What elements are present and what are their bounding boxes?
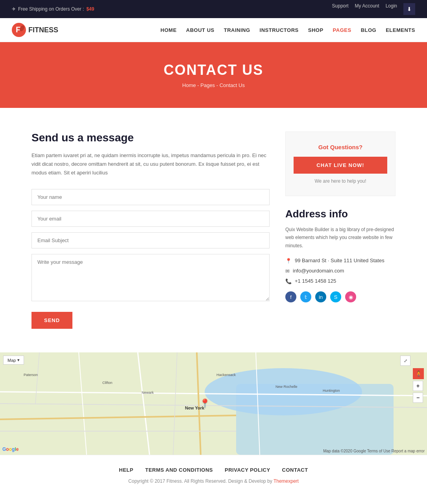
footer-copyright: Copyright © 2017 Fitness. All Rights Res… <box>8 478 419 484</box>
linkedin-icon[interactable]: in <box>315 291 326 302</box>
svg-text:Clifton: Clifton <box>102 381 113 385</box>
logo-text: FITNESS <box>28 26 58 34</box>
questions-highlight: Questions? <box>330 144 363 150</box>
support-link[interactable]: Support <box>332 3 349 15</box>
footer-contact-link[interactable]: CONTACT <box>282 467 308 473</box>
street-view-icon[interactable]: 🧍 <box>413 368 424 379</box>
top-bar: ✈ Free Shipping on Orders Over : $49 Sup… <box>0 0 427 18</box>
address-info-section: Address info Quix Website Builder is a b… <box>285 208 396 302</box>
map-dropdown-icon: ▾ <box>17 358 20 363</box>
plane-icon: ✈ <box>12 6 16 12</box>
nav-home[interactable]: HOME <box>161 27 177 33</box>
chat-live-button[interactable]: CHAT LIVE NOW! <box>294 157 387 174</box>
right-sidebar: Got Questions? CHAT LIVE NOW! We are her… <box>285 132 396 329</box>
login-link[interactable]: Login <box>386 3 397 15</box>
send-button[interactable]: SEND <box>31 312 72 329</box>
email-field-group <box>31 211 270 227</box>
nav-about[interactable]: ABOUT US <box>186 27 214 33</box>
zoom-out-button[interactable]: − <box>413 393 423 403</box>
subject-input[interactable] <box>31 232 270 248</box>
shipping-info: ✈ Free Shipping on Orders Over : $49 <box>12 6 94 12</box>
nav-training[interactable]: TRAINING <box>224 27 250 33</box>
top-links: Support My Account Login ⬇ <box>332 3 415 15</box>
svg-text:Paterson: Paterson <box>24 373 38 377</box>
facebook-icon[interactable]: f <box>285 291 296 302</box>
address-description: Quix Website Builder is a big library of… <box>285 226 396 250</box>
street-text: 99 Barnard St · Suite 111 United States <box>295 258 384 263</box>
social-icons: f 𝕥 in S ◉ <box>285 291 396 302</box>
address-heading: Address info <box>285 208 396 220</box>
address-phone: 📞 +1 1545 1458 125 <box>285 278 396 284</box>
message-field-group <box>31 254 270 302</box>
map-type-button[interactable]: Map ▾ <box>3 356 24 365</box>
map-fullscreen-button[interactable]: ⤢ <box>400 356 410 366</box>
got-questions-text: Got Questions? <box>294 144 387 150</box>
nav-shop[interactable]: SHOP <box>308 27 323 33</box>
map-type-label: Map <box>7 358 16 363</box>
footer-terms-link[interactable]: TERMS AND CONDITIONS <box>145 467 213 473</box>
footer-links: HELP TERMS AND CONDITIONS PRIVACY POLICY… <box>8 467 419 473</box>
map-type-control: Map ▾ <box>3 356 24 365</box>
logo-icon: F <box>12 23 26 37</box>
skype-icon[interactable]: S <box>330 291 341 302</box>
main-nav: HOME ABOUT US TRAINING INSTRUCTORS SHOP … <box>161 27 415 33</box>
map-section: New York Newark Clifton New Rochelle Hac… <box>0 352 427 455</box>
phone-icon: 📞 <box>285 278 292 284</box>
zoom-in-button[interactable]: + <box>413 381 423 391</box>
subject-field-group <box>31 232 270 248</box>
location-icon: 📍 <box>285 258 292 264</box>
main-content: Send us a message Etiam partem iuvaret p… <box>0 108 427 352</box>
email-input[interactable] <box>31 211 270 227</box>
form-description: Etiam partem iuvaret pri at, ne quidam i… <box>31 151 270 177</box>
message-textarea[interactable] <box>31 254 270 301</box>
footer: HELP TERMS AND CONDITIONS PRIVACY POLICY… <box>0 455 427 490</box>
footer-privacy-link[interactable]: PRIVACY POLICY <box>225 467 270 473</box>
footer-brand-link[interactable]: Themexpert <box>274 478 299 484</box>
header: F FITNESS HOME ABOUT US TRAINING INSTRUC… <box>0 18 427 42</box>
map-placeholder: New York Newark Clifton New Rochelle Hac… <box>0 352 427 455</box>
address-street: 📍 99 Barnard St · Suite 111 United State… <box>285 258 396 264</box>
nav-elements[interactable]: ELEMENTS <box>386 27 415 33</box>
svg-text:New Rochelle: New Rochelle <box>275 385 298 389</box>
nav-blog[interactable]: BLOG <box>361 27 377 33</box>
nav-pages[interactable]: PAGES <box>333 27 351 33</box>
map-attribution: Map data ©2020 Google Terms of Use Repor… <box>323 449 425 453</box>
form-heading: Send us a message <box>31 132 270 144</box>
map-pin: 📍 <box>200 398 210 409</box>
name-input[interactable] <box>31 189 270 205</box>
logo[interactable]: F FITNESS <box>12 23 58 37</box>
svg-text:Newark: Newark <box>142 391 154 395</box>
hero-banner: CONTACT US Home - Pages - Contact Us <box>0 42 427 108</box>
nav-instructors[interactable]: INSTRUCTORS <box>260 27 299 33</box>
chat-help-text: We are here to help you! <box>294 178 387 184</box>
footer-help-link[interactable]: HELP <box>119 467 133 473</box>
breadcrumb: Home - Pages - Contact Us <box>12 82 415 88</box>
shipping-price: $49 <box>86 6 94 12</box>
contact-form-section: Send us a message Etiam partem iuvaret p… <box>31 132 270 329</box>
twitter-icon[interactable]: 𝕥 <box>300 291 311 302</box>
email-text: info@yourdomain.com <box>293 268 344 274</box>
page-title: CONTACT US <box>12 62 415 78</box>
my-account-link[interactable]: My Account <box>355 3 379 15</box>
download-icon[interactable]: ⬇ <box>403 3 415 15</box>
google-logo: Google <box>2 446 20 453</box>
dribbble-icon[interactable]: ◉ <box>345 291 356 302</box>
chat-card: Got Questions? CHAT LIVE NOW! We are her… <box>285 132 396 196</box>
phone-text: +1 1545 1458 125 <box>295 278 336 284</box>
address-email: ✉ info@yourdomain.com <box>285 268 396 274</box>
email-icon: ✉ <box>285 268 290 274</box>
map-svg: New York Newark Clifton New Rochelle Hac… <box>0 352 427 455</box>
shipping-text: Free Shipping on Orders Over : <box>18 6 84 12</box>
svg-text:Huntington: Huntington <box>323 389 340 393</box>
map-controls: 🧍 + − <box>413 368 424 403</box>
svg-text:Hackensack: Hackensack <box>216 373 236 377</box>
svg-text:Google: Google <box>2 447 19 452</box>
name-field-group <box>31 189 270 205</box>
